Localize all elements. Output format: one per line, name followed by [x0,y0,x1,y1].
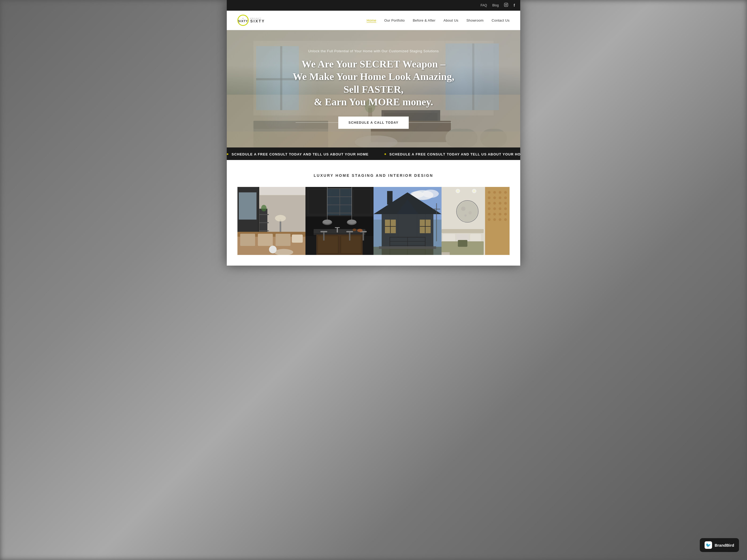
faq-link[interactable]: FAQ [481,3,487,7]
svg-rect-52 [327,188,352,189]
svg-rect-29 [259,222,269,223]
svg-rect-22 [237,187,306,203]
svg-point-138 [457,201,478,222]
browser-top-links: FAQ Blog f [481,3,515,8]
browser-window: FAQ Blog f XSIXTY PROJECT SIXTY Home Our… [227,0,520,266]
ticker-dot-1 [227,153,228,155]
svg-point-133 [456,189,460,193]
svg-point-139 [461,206,465,211]
svg-point-135 [472,189,476,193]
svg-point-140 [468,211,472,214]
living-room-image [237,187,306,255]
svg-point-116 [504,196,507,199]
svg-rect-51 [327,188,352,215]
svg-rect-149 [441,252,450,255]
svg-rect-42 [306,187,374,255]
svg-rect-35 [240,234,255,246]
hero-content: Unlock the Full Potential of Your Home w… [280,49,467,129]
logo[interactable]: XSIXTY PROJECT SIXTY [237,15,265,26]
svg-rect-34 [237,232,306,237]
svg-point-129 [488,218,490,221]
svg-rect-0 [505,3,508,6]
svg-point-123 [499,207,501,210]
svg-point-81 [422,190,439,198]
svg-rect-96 [390,237,425,255]
portfolio-item-living-room[interactable] [237,187,306,255]
svg-point-136 [473,190,475,192]
bedroom-image [441,187,510,255]
svg-rect-146 [470,234,481,242]
svg-rect-36 [258,234,273,246]
svg-rect-148 [458,240,467,247]
svg-point-126 [493,213,496,215]
svg-rect-75 [335,227,340,228]
svg-rect-56 [340,188,340,215]
svg-point-41 [261,205,266,211]
nav-before-after[interactable]: Before & After [413,19,435,22]
ticker-content: SCHEDULE A FREE CONSULT TODAY AND TELL U… [227,152,520,156]
svg-rect-101 [374,247,441,255]
svg-rect-65 [316,234,363,255]
svg-rect-23 [237,187,259,255]
portfolio-item-kitchen[interactable] [306,187,374,255]
svg-rect-53 [327,196,352,197]
svg-rect-49 [331,190,349,214]
browser-chrome: FAQ Blog f [227,0,520,11]
svg-point-131 [499,218,501,221]
svg-point-127 [499,213,501,215]
svg-point-2 [507,4,507,4]
facebook-icon[interactable]: f [514,3,515,7]
svg-rect-67 [341,236,361,253]
svg-point-134 [457,190,459,192]
svg-rect-26 [259,195,306,244]
svg-rect-38 [292,234,303,243]
svg-point-76 [357,229,363,232]
portfolio-item-bedroom[interactable] [441,187,510,255]
svg-rect-78 [374,187,441,255]
nav-showroom[interactable]: Showroom [466,19,484,22]
ticker-text-2: SCHEDULE A FREE CONSULT TODAY AND TELL U… [389,152,520,156]
ticker-text-1: SCHEDULE A FREE CONSULT TODAY AND TELL U… [232,152,368,156]
ticker-bar: SCHEDULE A FREE CONSULT TODAY AND TELL U… [227,148,520,160]
nav-about[interactable]: About Us [443,19,458,22]
svg-point-80 [412,190,434,200]
hero-cta-wrapper: SCHEDULE A CALL TODAY [285,116,462,129]
svg-rect-147 [441,241,484,255]
svg-point-122 [493,207,496,210]
svg-rect-66 [318,236,338,253]
hero-title: We Are Your SECRET Weapon – We Make Your… [285,58,462,109]
svg-rect-72 [360,231,367,232]
svg-point-110 [493,191,496,194]
svg-rect-28 [259,214,269,215]
svg-point-58 [322,219,332,225]
brandbird-label: BrandBird [715,543,734,548]
svg-rect-27 [259,209,267,244]
svg-rect-142 [441,229,484,233]
main-nav: XSIXTY PROJECT SIXTY Home Our Portfolio … [227,11,520,30]
svg-rect-21 [237,187,306,255]
svg-rect-64 [314,229,365,233]
svg-rect-48 [308,190,327,214]
svg-rect-12 [472,44,474,110]
hero-section: Unlock the Full Potential of Your Home w… [227,30,520,148]
nav-home[interactable]: Home [366,19,376,22]
svg-rect-31 [280,219,281,236]
svg-rect-90 [385,219,396,233]
nav-links: Home Our Portfolio Before & After About … [366,18,510,23]
hero-subtitle: Unlock the Full Potential of Your Home w… [285,49,462,53]
blog-link[interactable]: Blog [492,3,499,7]
nav-portfolio[interactable]: Our Portfolio [384,19,405,22]
main-content: LUXURY HOME STAGING AND INTERIOR DESIGN [227,160,520,266]
brandbird-bird-icon: 🐦 [706,543,711,548]
ticker-item-2: SCHEDULE A FREE CONSULT TODAY AND TELL U… [384,152,520,156]
svg-rect-93 [420,219,431,233]
schedule-call-button[interactable]: SCHEDULE A CALL TODAY [338,116,409,129]
svg-point-113 [488,196,490,199]
portfolio-item-exterior[interactable] [374,187,441,255]
svg-rect-47 [352,188,372,215]
instagram-icon[interactable] [504,3,508,8]
svg-rect-103 [387,191,392,205]
svg-rect-54 [327,205,352,205]
svg-point-117 [488,202,490,205]
nav-contact[interactable]: Contact Us [492,19,510,22]
